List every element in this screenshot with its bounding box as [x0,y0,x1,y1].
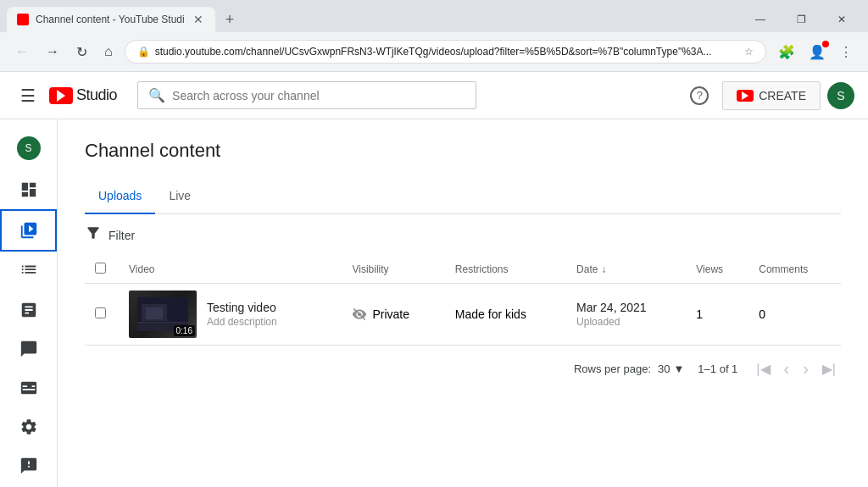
sidebar-item-content[interactable] [0,209,57,252]
page-title: Channel content [85,140,841,162]
sort-down-icon: ↓ [601,263,606,275]
svg-rect-2 [146,307,163,319]
comments-count: 0 [759,307,765,321]
prev-page-button[interactable]: ‹ [779,356,795,382]
views-count: 1 [696,307,703,321]
video-thumbnail[interactable]: 0:16 [129,291,197,338]
views-cell: 1 [686,284,748,346]
lock-icon: 🔒 [137,46,150,58]
th-restrictions: Restrictions [445,256,566,284]
active-tab[interactable]: Channel content - YouTube Studi ✕ [7,7,215,32]
notification-icon[interactable]: 👤 [804,39,831,65]
date-main: Mar 24, 2021 [576,301,676,314]
comments-cell: 0 [748,284,841,346]
content-icon [19,221,38,240]
date-sub: Uploaded [576,316,676,328]
video-title: Testing video [207,301,277,314]
forward-button[interactable]: → [41,39,64,64]
sidebar-item-dashboard[interactable] [0,170,57,209]
search-icon: 🔍 [148,87,165,103]
youtube-logo-icon [49,87,73,104]
window-controls: — ❐ ✕ [741,7,861,32]
close-button[interactable]: ✕ [822,7,861,32]
sidebar-item-avatar[interactable]: S [0,126,57,170]
minimize-button[interactable]: — [741,7,780,32]
analytics-icon [19,301,38,319]
select-all-checkbox[interactable] [95,263,106,274]
subtitles-icon [19,379,38,397]
restore-button[interactable]: ❐ [782,7,821,32]
th-date[interactable]: Date ↓ [566,256,686,284]
rows-per-page: Rows per page: 30 ▼ [574,362,684,375]
tab-live[interactable]: Live [155,179,204,214]
logo: Studio [49,86,117,104]
toolbar-icons: 🧩 👤 ⋮ [773,39,858,65]
browser-chrome: Channel content - YouTube Studi ✕ + — ❐ … [0,0,868,72]
extensions-icon[interactable]: 🧩 [773,39,800,65]
last-page-button[interactable]: ▶| [817,357,841,380]
sidebar-avatar: S [17,136,41,160]
comments-icon [19,340,38,358]
tab-title: Channel content - YouTube Studi [36,14,185,25]
filter-icon-button[interactable] [85,224,102,246]
tab-uploads[interactable]: Uploads [85,179,155,214]
search-input[interactable] [172,89,465,102]
filter-icon [85,224,102,241]
th-select-all [85,256,119,284]
row-checkbox[interactable] [95,307,106,318]
create-button[interactable]: CREATE [722,81,821,110]
playlists-icon [19,262,38,280]
chevron-down-icon: ▼ [673,362,684,375]
table-header: Video Visibility Restrictions Date ↓ [85,256,841,284]
app-body: S [0,119,868,487]
search-bar[interactable]: 🔍 [137,81,476,109]
avatar[interactable]: S [827,82,854,109]
logo-text: Studio [76,86,117,104]
sidebar-item-settings[interactable] [0,407,57,446]
private-icon [352,307,367,322]
url-text: studio.youtube.com/channel/UCsvGxwpnFRsN… [155,46,739,58]
app-header: ☰ Studio 🔍 ? CREATE S [0,72,868,119]
visibility-cell: Private [342,284,444,346]
tab-close-button[interactable]: ✕ [192,12,205,27]
pagination: Rows per page: 30 ▼ 1–1 of 1 |◀ ‹ › ▶| [85,346,841,392]
rows-per-page-select[interactable]: 30 ▼ [658,362,684,375]
url-bar[interactable]: 🔒 studio.youtube.com/channel/UCsvGxwpnFR… [125,40,766,64]
th-comments: Comments [748,256,841,284]
sidebar-item-comments[interactable] [0,329,57,368]
tab-bar: Channel content - YouTube Studi ✕ + — ❐ … [0,0,868,32]
next-page-button[interactable]: › [798,356,814,382]
back-button[interactable]: ← [10,39,34,64]
app: ☰ Studio 🔍 ? CREATE S S [0,72,868,487]
visibility-text: Private [372,307,409,321]
restrictions-cell: Made for kids [445,284,566,346]
page-info: 1–1 of 1 [698,362,737,375]
video-description[interactable]: Add description [207,316,277,328]
th-video: Video [119,256,342,284]
th-views: Views [686,256,748,284]
page-nav: |◀ ‹ › ▶| [751,356,841,382]
content-table: Video Visibility Restrictions Date ↓ [85,256,841,346]
menu-icon[interactable]: ⋮ [834,39,858,65]
rows-per-page-label: Rows per page: [574,362,651,375]
menu-toggle-button[interactable]: ☰ [14,79,42,113]
sidebar-item-playlists[interactable] [0,252,57,291]
play-icon [57,90,65,102]
sidebar-item-feedback[interactable] [0,446,57,485]
refresh-button[interactable]: ↻ [71,39,92,65]
new-tab-button[interactable]: + [219,8,242,32]
restrictions-text: Made for kids [455,307,526,321]
header-actions: ? CREATE S [683,80,854,112]
dashboard-icon [19,180,38,199]
th-visibility: Visibility [342,256,444,284]
sidebar-item-subtitles[interactable] [0,368,57,407]
help-button[interactable]: ? [683,80,715,112]
star-icon[interactable]: ☆ [744,46,754,58]
feedback-icon [19,457,38,475]
home-button[interactable]: ⌂ [99,39,118,64]
sidebar-item-analytics[interactable] [0,291,57,329]
filter-label[interactable]: Filter [108,229,135,242]
video-cell: 0:16 Testing video Add description [119,284,342,346]
sidebar: S [0,119,58,487]
first-page-button[interactable]: |◀ [751,357,775,380]
